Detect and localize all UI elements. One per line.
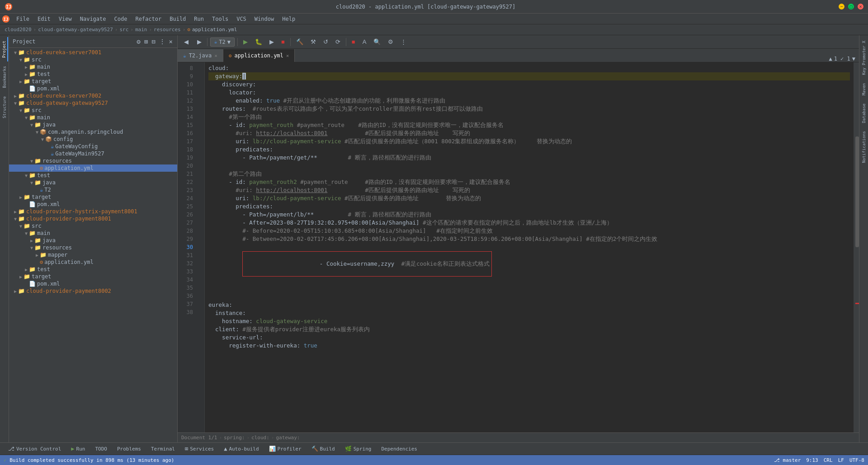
- tree-arrow-resources9527[interactable]: ▼: [29, 159, 34, 164]
- run-config-dropdown[interactable]: ☕ T2 ▼: [210, 38, 235, 47]
- tree-arrow-eureka7002[interactable]: ▶: [13, 94, 18, 99]
- tree-item-src-7001[interactable]: ▼ 📁 src: [9, 56, 177, 63]
- notifications-tab[interactable]: Notifications: [861, 127, 867, 166]
- window-controls[interactable]: − □ ×: [839, 4, 863, 9]
- tree-item-resources-8001[interactable]: ▼ 📁 resources: [9, 244, 177, 251]
- tree-arrow-main8001[interactable]: ▼: [24, 231, 29, 236]
- bottom-tab-auto-build[interactable]: ▲ Auto-build: [219, 445, 263, 453]
- tab-T2[interactable]: ☕ T2.java ×: [178, 49, 223, 62]
- tree-item-src-8001[interactable]: ▼ 📁 src: [9, 222, 177, 230]
- tree-arrow-eureka7001[interactable]: ▼: [13, 50, 18, 55]
- tree-item-T2[interactable]: ☕ T2: [9, 186, 177, 193]
- scroll-thumb[interactable]: [855, 136, 859, 248]
- tree-item-application-9527[interactable]: ⚙ application.yml: [9, 164, 177, 172]
- tree-item-pom-8001[interactable]: 📄 pom.xml: [9, 280, 177, 287]
- git-branch[interactable]: ⎇ master: [774, 457, 801, 463]
- stop-process-button[interactable]: ■: [349, 38, 358, 46]
- tree-arrow-target7001[interactable]: ▶: [18, 79, 24, 84]
- tree-arrow-test7001[interactable]: ▶: [24, 72, 29, 77]
- tree-arrow-payment8001[interactable]: ▼: [13, 216, 18, 221]
- project-options-icon[interactable]: ⋮: [158, 38, 166, 45]
- bottom-tab-run[interactable]: ▶ Run: [66, 445, 90, 453]
- tree-arrow-test8001[interactable]: ▶: [24, 267, 29, 272]
- find-arrow-down[interactable]: ▼: [852, 56, 855, 62]
- more-button[interactable]: ⋮: [398, 38, 409, 46]
- tree-item-resources-9527[interactable]: ▼ 📁 resources: [9, 157, 177, 164]
- tree-arrow-target9527[interactable]: ▶: [18, 195, 24, 200]
- tree-arrow-src7001[interactable]: ▼: [18, 57, 24, 62]
- tree-arrow-resources8001[interactable]: ▼: [29, 245, 34, 250]
- bc-file[interactable]: application.yml: [192, 27, 237, 33]
- bc-src[interactable]: src: [119, 27, 128, 33]
- code-content-area[interactable]: cloud: gateway:| discovery: locator: ena…: [205, 62, 854, 432]
- tab-close-T2[interactable]: ×: [214, 53, 217, 59]
- bottom-tab-todo[interactable]: TODO: [90, 445, 112, 453]
- nav-forward-button[interactable]: ▶: [194, 38, 204, 46]
- bottom-tab-services[interactable]: ⊞ Services: [180, 445, 218, 453]
- maven-tab[interactable]: Maven: [861, 80, 867, 99]
- close-button[interactable]: ×: [858, 4, 863, 9]
- tree-item-test-9527[interactable]: ▼ 📁 test: [9, 172, 177, 179]
- bookmarks-tab[interactable]: Bookmarks: [1, 62, 8, 92]
- bc-main[interactable]: main: [135, 27, 147, 33]
- tree-item-config-pkg[interactable]: ▼ 📦 config: [9, 136, 177, 143]
- menu-help[interactable]: Help: [278, 15, 299, 23]
- tree-arrow-java8001[interactable]: ▶: [29, 238, 34, 243]
- tree-item-target-9527[interactable]: ▶ 📁 target: [9, 193, 177, 201]
- tree-arrow-test9527[interactable]: ▼: [24, 173, 29, 178]
- search-button[interactable]: 🔍: [371, 38, 383, 46]
- update-button[interactable]: ⟳: [333, 38, 343, 46]
- settings-button[interactable]: ⚙: [385, 38, 396, 46]
- tree-item-test-8001[interactable]: ▶ 📁 test: [9, 266, 177, 273]
- tree-arrow-config-pkg[interactable]: ▼: [40, 137, 45, 142]
- tree-arrow-javatest9527[interactable]: ▼: [29, 180, 34, 185]
- bottom-tab-terminal[interactable]: Terminal: [146, 445, 179, 453]
- tab-close-application[interactable]: ×: [286, 53, 289, 59]
- tree-item-main-9527[interactable]: ▼ 📁 main: [9, 114, 177, 121]
- tree-item-target-8001[interactable]: ▶ 📁 target: [9, 273, 177, 280]
- tree-arrow-com-pkg[interactable]: ▼: [34, 130, 40, 135]
- menu-build[interactable]: Build: [166, 15, 189, 23]
- structure-tab[interactable]: Structure: [1, 93, 8, 122]
- menu-edit[interactable]: Edit: [34, 15, 54, 23]
- project-settings-icon[interactable]: ⚙: [136, 38, 141, 45]
- tree-arrow-target8001[interactable]: ▶: [18, 274, 24, 279]
- menu-file[interactable]: File: [13, 15, 33, 23]
- build-all-button[interactable]: ⚒: [308, 38, 319, 46]
- tree-item-pom-9527[interactable]: 📄 pom.xml: [9, 201, 177, 208]
- translate-button[interactable]: A: [360, 38, 369, 46]
- tree-item-payment8002[interactable]: ▶ 📁 cloud-provider-payment8002: [9, 287, 177, 295]
- editor-scrollbar[interactable]: [854, 62, 859, 432]
- menu-code[interactable]: Code: [111, 15, 131, 23]
- tree-item-eureka7002[interactable]: ▶ 📁 cloud-eureka-server7002: [9, 92, 177, 99]
- restore-button[interactable]: □: [848, 4, 854, 9]
- tree-item-mapper-8001[interactable]: ▶ 📁 mapper: [9, 251, 177, 258]
- tree-item-gatewaymain[interactable]: ☕ GateWayMain9527: [9, 150, 177, 157]
- tree-item-target-7001[interactable]: ▶ 📁 target: [9, 78, 177, 85]
- menu-tools[interactable]: Tools: [208, 15, 232, 23]
- bottom-tab-spring[interactable]: 🌿 Spring: [340, 445, 376, 453]
- bottom-tab-build[interactable]: 🔨 Build: [307, 445, 340, 453]
- menu-run[interactable]: Run: [190, 15, 208, 23]
- bottom-tab-problems[interactable]: Problems: [113, 445, 146, 453]
- tree-item-gatewaycfg[interactable]: ☕ GateWayConfig: [9, 143, 177, 150]
- menu-vcs[interactable]: VCS: [233, 15, 250, 23]
- tree-arrow-main9527[interactable]: ▼: [24, 115, 29, 120]
- tree-item-main-8001[interactable]: ▼ 📁 main: [9, 230, 177, 237]
- build-project-button[interactable]: 🔨: [293, 38, 306, 46]
- tree-arrow-src9527[interactable]: ▼: [18, 108, 24, 113]
- debug-button[interactable]: 🐛: [252, 38, 265, 46]
- tree-item-hystrix8001[interactable]: ▶ 📁 cloud-provider-hystrix-payment8001: [9, 208, 177, 215]
- tree-item-com-pkg[interactable]: ▼ 📦 com.angenin.springcloud: [9, 128, 177, 136]
- tree-arrow-src8001[interactable]: ▼: [18, 224, 24, 229]
- run-button[interactable]: ▶: [241, 38, 250, 46]
- tree-arrow-java9527[interactable]: ▼: [29, 122, 34, 127]
- find-arrow-up[interactable]: ▲: [829, 56, 832, 62]
- minimize-button[interactable]: −: [839, 4, 844, 9]
- bc-project[interactable]: cloud2020: [5, 27, 32, 33]
- tree-arrow-mapper8001[interactable]: ▶: [34, 253, 40, 258]
- tree-item-test-7001[interactable]: ▶ 📁 test: [9, 70, 177, 78]
- bottom-tab-profiler[interactable]: 📊 Profiler: [264, 445, 306, 453]
- menu-refactor[interactable]: Refactor: [132, 15, 165, 23]
- menu-view[interactable]: View: [55, 15, 75, 23]
